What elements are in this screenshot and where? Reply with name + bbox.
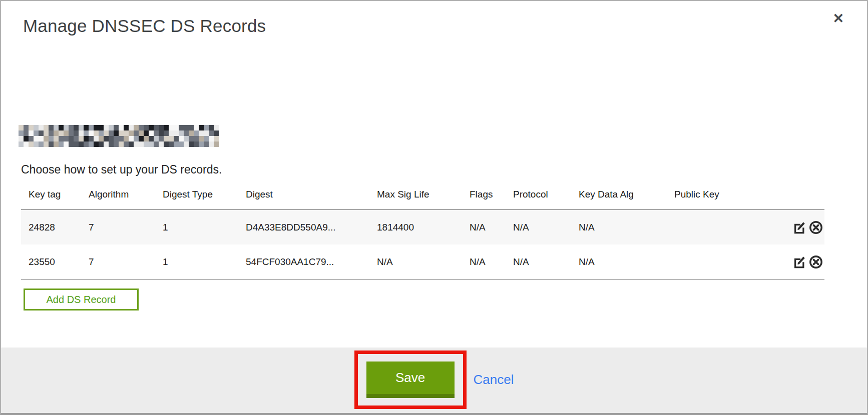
column-header-key-data-alg: Key Data Alg (579, 182, 674, 210)
cell-key-data-alg: N/A (579, 244, 674, 280)
cancel-link[interactable]: Cancel (474, 372, 514, 388)
column-header-public-key: Public Key (674, 182, 762, 210)
cell-protocol: N/A (513, 210, 579, 244)
cell-max-sig-life: 1814400 (377, 210, 470, 244)
column-header-digest-type: Digest Type (163, 182, 246, 210)
column-header-algorithm: Algorithm (89, 182, 163, 210)
annotation-highlight-box: Save (354, 350, 467, 409)
row-actions (762, 254, 824, 270)
cell-key-tag: 23550 (21, 244, 89, 280)
edit-record-icon[interactable] (792, 254, 807, 270)
table-body: 2482871D4A33E8DD550A9...1814400N/AN/AN/A… (21, 210, 824, 280)
domain-name-redacted (19, 125, 219, 147)
instruction-text: Choose how to set up your DS records. (21, 163, 222, 176)
cell-digest-type: 1 (163, 244, 246, 280)
cell-digest: 54FCF030AA1C79... (246, 244, 377, 280)
cell-digest-type: 1 (163, 210, 246, 244)
column-header-key-tag: Key tag (21, 182, 89, 210)
cell-protocol: N/A (513, 244, 579, 280)
cell-public-key (674, 210, 762, 244)
ds-records-table: Key tagAlgorithmDigest TypeDigestMax Sig… (21, 182, 824, 280)
cell-public-key (674, 244, 762, 280)
close-button[interactable]: ✕ (832, 12, 844, 26)
cell-algorithm: 7 (89, 210, 163, 244)
cell-key-data-alg: N/A (579, 210, 674, 244)
delete-record-icon[interactable] (808, 254, 823, 270)
column-header-protocol: Protocol (513, 182, 579, 210)
modal-footer: Save Cancel (1, 348, 867, 413)
table-row: 2482871D4A33E8DD550A9...1814400N/AN/AN/A (21, 210, 824, 244)
column-header-max-sig-life: Max Sig Life (377, 182, 470, 210)
cell-digest: D4A33E8DD550A9... (246, 210, 377, 244)
cell-flags: N/A (470, 244, 513, 280)
cell-key-tag: 24828 (21, 210, 89, 244)
edit-record-icon[interactable] (792, 220, 807, 235)
cell-algorithm: 7 (89, 244, 163, 280)
column-header-flags: Flags (470, 182, 513, 210)
save-button[interactable]: Save (366, 362, 455, 398)
add-ds-record-button[interactable]: Add DS Record (24, 288, 139, 310)
column-header-digest: Digest (246, 182, 377, 210)
page-title: Manage DNSSEC DS Records (23, 16, 266, 36)
cell-max-sig-life: N/A (377, 244, 470, 280)
close-icon: ✕ (832, 11, 844, 26)
row-actions (762, 220, 824, 235)
cell-flags: N/A (470, 210, 513, 244)
header-row: Key tagAlgorithmDigest TypeDigestMax Sig… (21, 182, 824, 210)
manage-dnssec-dialog: Manage DNSSEC DS Records ✕ Choose how to… (0, 0, 868, 415)
delete-record-icon[interactable] (808, 220, 823, 235)
table-row: 235507154FCF030AA1C79...N/AN/AN/AN/A (21, 244, 824, 280)
